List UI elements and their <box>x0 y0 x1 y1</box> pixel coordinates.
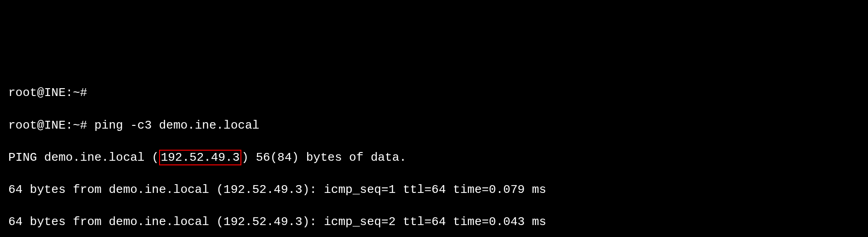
command-text: ping -c3 demo.ine.local <box>94 118 259 132</box>
command-line: root@INE:~# ping -c3 demo.ine.local <box>8 118 860 134</box>
terminal-output[interactable]: root@INE:~# root@INE:~# ping -c3 demo.in… <box>8 69 860 237</box>
ping-reply-2: 64 bytes from demo.ine.local (192.52.49.… <box>8 214 860 230</box>
ping-header-post: ) 56(84) bytes of data. <box>241 151 406 164</box>
prompt-text: root@INE:~# <box>8 118 87 132</box>
ip-highlight: 192.52.49.3 <box>159 150 242 165</box>
ping-header-pre: PING demo.ine.local ( <box>8 151 159 164</box>
ping-header-line: PING demo.ine.local (192.52.49.3) 56(84)… <box>8 150 860 166</box>
prompt-line: root@INE:~# <box>8 85 860 101</box>
ping-reply-1: 64 bytes from demo.ine.local (192.52.49.… <box>8 182 860 198</box>
